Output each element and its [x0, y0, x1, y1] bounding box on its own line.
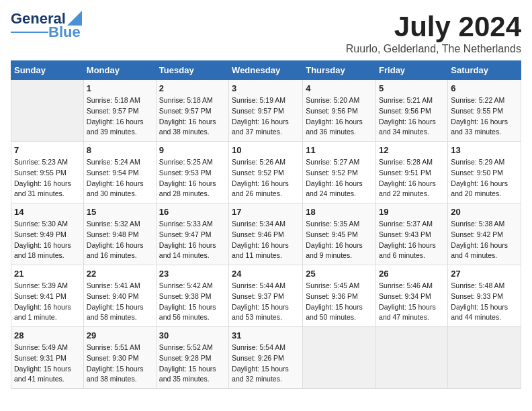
day-number: 1 — [87, 83, 153, 93]
day-number: 10 — [232, 145, 300, 155]
logo-blue: Blue — [48, 24, 81, 40]
weekday-header: Wednesday — [229, 61, 303, 80]
calendar-cell: 2Sunrise: 5:18 AM Sunset: 9:57 PM Daylig… — [156, 80, 228, 142]
calendar-cell: 29Sunrise: 5:51 AM Sunset: 9:30 PM Dayli… — [83, 327, 156, 389]
day-number: 13 — [451, 145, 518, 155]
day-info: Sunrise: 5:52 AM Sunset: 9:28 PM Dayligh… — [159, 342, 226, 385]
day-number: 29 — [87, 330, 153, 340]
day-number: 21 — [14, 269, 81, 279]
day-number: 5 — [379, 83, 445, 93]
day-info: Sunrise: 5:23 AM Sunset: 9:55 PM Dayligh… — [14, 157, 81, 199]
day-number: 24 — [232, 269, 300, 279]
location: Ruurlo, Gelderland, The Netherlands — [346, 43, 521, 55]
weekday-header: Friday — [376, 61, 448, 80]
calendar-cell: 9Sunrise: 5:25 AM Sunset: 9:53 PM Daylig… — [156, 142, 228, 203]
day-info: Sunrise: 5:54 AM Sunset: 9:26 PM Dayligh… — [232, 342, 300, 385]
calendar-cell: 17Sunrise: 5:34 AM Sunset: 9:46 PM Dayli… — [229, 203, 303, 265]
title-block: July 2024 Ruurlo, Gelderland, The Nether… — [346, 11, 521, 55]
day-number: 23 — [159, 269, 226, 279]
day-info: Sunrise: 5:33 AM Sunset: 9:47 PM Dayligh… — [159, 219, 226, 261]
day-info: Sunrise: 5:39 AM Sunset: 9:41 PM Dayligh… — [14, 281, 81, 323]
day-number: 20 — [451, 207, 518, 217]
day-number: 11 — [306, 145, 373, 155]
calendar-cell: 20Sunrise: 5:38 AM Sunset: 9:42 PM Dayli… — [448, 203, 521, 265]
day-number: 22 — [87, 269, 153, 279]
logo: General Blue — [11, 11, 82, 40]
day-info: Sunrise: 5:28 AM Sunset: 9:51 PM Dayligh… — [379, 157, 445, 199]
calendar-cell: 14Sunrise: 5:30 AM Sunset: 9:49 PM Dayli… — [11, 203, 84, 265]
calendar-week-row: 14Sunrise: 5:30 AM Sunset: 9:49 PM Dayli… — [11, 203, 521, 265]
calendar-header-row: SundayMondayTuesdayWednesdayThursdayFrid… — [11, 61, 521, 80]
day-info: Sunrise: 5:19 AM Sunset: 9:57 PM Dayligh… — [232, 95, 300, 138]
day-info: Sunrise: 5:37 AM Sunset: 9:43 PM Dayligh… — [379, 219, 445, 261]
calendar-cell: 8Sunrise: 5:24 AM Sunset: 9:54 PM Daylig… — [83, 142, 156, 203]
day-info: Sunrise: 5:21 AM Sunset: 9:56 PM Dayligh… — [379, 95, 445, 138]
day-number: 18 — [306, 207, 373, 217]
day-info: Sunrise: 5:18 AM Sunset: 9:57 PM Dayligh… — [87, 95, 153, 138]
day-number: 26 — [379, 269, 445, 279]
weekday-header: Tuesday — [156, 61, 228, 80]
day-number: 9 — [159, 145, 226, 155]
day-info: Sunrise: 5:25 AM Sunset: 9:53 PM Dayligh… — [159, 157, 226, 199]
weekday-header: Sunday — [11, 61, 84, 80]
weekday-header: Saturday — [448, 61, 521, 80]
calendar-cell: 22Sunrise: 5:41 AM Sunset: 9:40 PM Dayli… — [83, 265, 156, 327]
calendar-cell: 26Sunrise: 5:46 AM Sunset: 9:34 PM Dayli… — [376, 265, 448, 327]
day-number: 4 — [306, 83, 373, 93]
day-info: Sunrise: 5:20 AM Sunset: 9:56 PM Dayligh… — [306, 95, 373, 138]
day-number: 2 — [159, 83, 226, 93]
day-number: 7 — [14, 145, 81, 155]
calendar-cell: 31Sunrise: 5:54 AM Sunset: 9:26 PM Dayli… — [229, 327, 303, 389]
day-number: 27 — [451, 269, 518, 279]
calendar-cell: 24Sunrise: 5:44 AM Sunset: 9:37 PM Dayli… — [229, 265, 303, 327]
day-number: 8 — [87, 145, 153, 155]
day-info: Sunrise: 5:45 AM Sunset: 9:36 PM Dayligh… — [306, 281, 373, 323]
calendar-cell: 13Sunrise: 5:29 AM Sunset: 9:50 PM Dayli… — [448, 142, 521, 203]
calendar-week-row: 7Sunrise: 5:23 AM Sunset: 9:55 PM Daylig… — [11, 142, 521, 203]
calendar-week-row: 28Sunrise: 5:49 AM Sunset: 9:31 PM Dayli… — [11, 327, 521, 389]
weekday-header: Thursday — [303, 61, 376, 80]
day-number: 19 — [379, 207, 445, 217]
day-info: Sunrise: 5:32 AM Sunset: 9:48 PM Dayligh… — [87, 219, 153, 261]
day-info: Sunrise: 5:27 AM Sunset: 9:52 PM Dayligh… — [306, 157, 373, 199]
calendar-cell: 21Sunrise: 5:39 AM Sunset: 9:41 PM Dayli… — [11, 265, 84, 327]
calendar-cell: 25Sunrise: 5:45 AM Sunset: 9:36 PM Dayli… — [303, 265, 376, 327]
calendar-cell: 15Sunrise: 5:32 AM Sunset: 9:48 PM Dayli… — [83, 203, 156, 265]
calendar-cell — [303, 327, 376, 389]
day-info: Sunrise: 5:48 AM Sunset: 9:33 PM Dayligh… — [451, 281, 518, 323]
calendar-cell: 23Sunrise: 5:42 AM Sunset: 9:38 PM Dayli… — [156, 265, 228, 327]
page-header: General Blue July 2024 Ruurlo, Gelderlan… — [11, 11, 521, 55]
day-number: 17 — [232, 207, 300, 217]
calendar-cell: 12Sunrise: 5:28 AM Sunset: 9:51 PM Dayli… — [376, 142, 448, 203]
calendar-cell: 7Sunrise: 5:23 AM Sunset: 9:55 PM Daylig… — [11, 142, 84, 203]
day-info: Sunrise: 5:38 AM Sunset: 9:42 PM Dayligh… — [451, 219, 518, 261]
day-info: Sunrise: 5:41 AM Sunset: 9:40 PM Dayligh… — [87, 281, 153, 323]
calendar-cell: 3Sunrise: 5:19 AM Sunset: 9:57 PM Daylig… — [229, 80, 303, 142]
calendar-week-row: 1Sunrise: 5:18 AM Sunset: 9:57 PM Daylig… — [11, 80, 521, 142]
calendar-cell: 5Sunrise: 5:21 AM Sunset: 9:56 PM Daylig… — [376, 80, 448, 142]
calendar-cell: 10Sunrise: 5:26 AM Sunset: 9:52 PM Dayli… — [229, 142, 303, 203]
calendar-table: SundayMondayTuesdayWednesdayThursdayFrid… — [11, 60, 521, 389]
calendar-cell: 18Sunrise: 5:35 AM Sunset: 9:45 PM Dayli… — [303, 203, 376, 265]
calendar-week-row: 21Sunrise: 5:39 AM Sunset: 9:41 PM Dayli… — [11, 265, 521, 327]
day-info: Sunrise: 5:51 AM Sunset: 9:30 PM Dayligh… — [87, 342, 153, 385]
day-number: 31 — [232, 330, 300, 340]
day-number: 30 — [159, 330, 226, 340]
calendar-cell — [376, 327, 448, 389]
calendar-cell: 28Sunrise: 5:49 AM Sunset: 9:31 PM Dayli… — [11, 327, 84, 389]
day-number: 14 — [14, 207, 81, 217]
day-number: 12 — [379, 145, 445, 155]
day-number: 16 — [159, 207, 226, 217]
day-info: Sunrise: 5:35 AM Sunset: 9:45 PM Dayligh… — [306, 219, 373, 261]
day-info: Sunrise: 5:24 AM Sunset: 9:54 PM Dayligh… — [87, 157, 153, 199]
day-number: 15 — [87, 207, 153, 217]
day-info: Sunrise: 5:34 AM Sunset: 9:46 PM Dayligh… — [232, 219, 300, 261]
calendar-cell: 16Sunrise: 5:33 AM Sunset: 9:47 PM Dayli… — [156, 203, 228, 265]
calendar-cell — [11, 80, 84, 142]
day-number: 28 — [14, 330, 81, 340]
day-info: Sunrise: 5:22 AM Sunset: 9:55 PM Dayligh… — [451, 95, 518, 138]
day-info: Sunrise: 5:46 AM Sunset: 9:34 PM Dayligh… — [379, 281, 445, 323]
calendar-cell: 6Sunrise: 5:22 AM Sunset: 9:55 PM Daylig… — [448, 80, 521, 142]
calendar-cell: 30Sunrise: 5:52 AM Sunset: 9:28 PM Dayli… — [156, 327, 228, 389]
month-title: July 2024 — [346, 11, 521, 43]
